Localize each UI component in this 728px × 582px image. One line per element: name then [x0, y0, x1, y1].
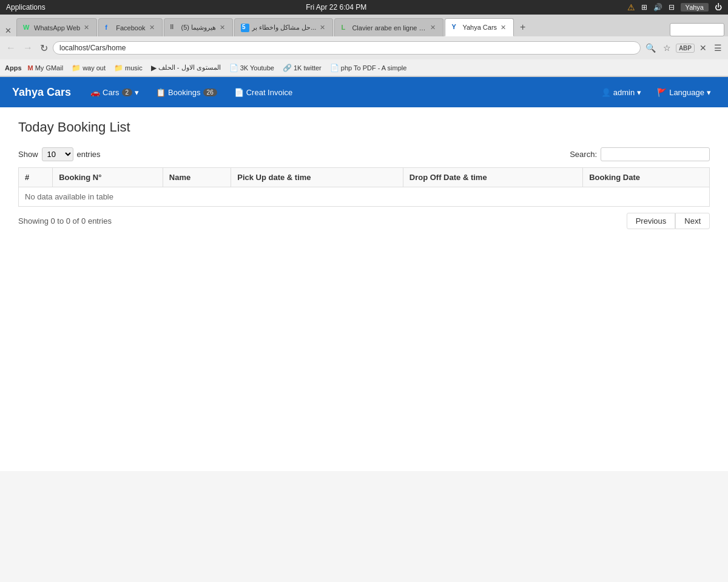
search-label: Search:: [570, 150, 597, 159]
adblock-badge[interactable]: ABP: [676, 44, 695, 53]
browser-close-btn[interactable]: ✕: [2, 25, 14, 36]
pagination: Previous Next: [627, 213, 710, 229]
col-booking-date: Booking Date: [583, 168, 710, 187]
search-input[interactable]: [601, 147, 710, 161]
col-hash: #: [19, 168, 53, 187]
bookmark-gmail-label: My GMail: [35, 64, 63, 72]
bookings-nav-icon: 📋: [156, 88, 166, 97]
tabs-bar: ✕ W WhatsApp Web ✕ f Facebook ✕ II هيروش…: [0, 15, 728, 36]
site-brand[interactable]: Yahya Cars: [12, 86, 71, 99]
booking-table: # Booking N° Name Pick Up date & time Dr…: [18, 167, 710, 207]
col-pickup: Pick Up date & time: [231, 168, 403, 187]
bookmark-twitter[interactable]: 🔗 1K twitter: [280, 63, 324, 73]
os-volume-icon[interactable]: 🔊: [653, 3, 662, 12]
tab-favicon-yahya: Y: [451, 23, 460, 32]
tab-yahya-cars[interactable]: Y Yahya Cars ✕: [445, 18, 514, 36]
address-bar-input[interactable]: [53, 41, 641, 55]
nav-admin[interactable]: 👤 admin ▾: [596, 85, 646, 99]
tab-close-arabic[interactable]: ✕: [318, 24, 326, 32]
tab-arabic[interactable]: 5 حل مشاكل واخطاء بر... ✕: [234, 18, 333, 36]
no-data-message: No data available in table: [19, 187, 710, 207]
tab-clavier[interactable]: L Clavier arabe en ligne LEX... ✕: [334, 18, 443, 36]
language-dropdown-icon: ▾: [707, 88, 711, 97]
bookmark-wayout-label: way out: [83, 64, 106, 72]
search-toolbar-button[interactable]: 🔍: [643, 42, 658, 54]
entries-label: entries: [77, 150, 101, 159]
bookmark-youtube-label: 3K Youtube: [240, 64, 274, 72]
tab-favicon-clavier: L: [341, 24, 349, 32]
table-controls-top: Show 10 25 50 100 entries Search:: [18, 147, 710, 161]
tab-label-yahya: Yahya Cars: [462, 24, 497, 31]
menu-button[interactable]: ☰: [712, 42, 724, 54]
link-icon-twitter: 🔗: [283, 64, 292, 72]
col-name: Name: [163, 168, 231, 187]
nav-language-label: Language: [669, 88, 704, 97]
forward-button[interactable]: →: [21, 41, 35, 55]
entries-select[interactable]: 10 25 50 100: [42, 147, 73, 161]
folder-icon-music: 📁: [114, 64, 123, 72]
profile-search-area: [670, 23, 724, 36]
next-button[interactable]: Next: [675, 213, 710, 229]
video-icon-level: ▶: [151, 64, 157, 72]
close-page-button[interactable]: ✕: [697, 42, 709, 54]
bookmark-level[interactable]: ▶ المستوى الاول - الحلف: [149, 63, 223, 73]
address-bar-row: ← → ↻ 🔍 ☆ ABP ✕ ☰: [0, 36, 728, 59]
bookmark-youtube[interactable]: 📄 3K Youtube: [227, 63, 277, 73]
tab-hiroshima[interactable]: II هيروشيما (5) ✕: [164, 18, 234, 36]
tab-label-hiroshima: هيروشيما (5): [181, 24, 217, 32]
bookmark-phptopdf[interactable]: 📄 php To PDF - A simple: [328, 63, 410, 73]
bookmark-twitter-label: 1K twitter: [294, 64, 322, 72]
os-top-bar: Applications Fri Apr 22 6:04 PM ⚠ ⊞ 🔊 ⊟ …: [0, 0, 728, 15]
os-network-icon[interactable]: ⊟: [669, 3, 675, 12]
apps-label: Apps: [5, 64, 22, 72]
admin-dropdown-icon: ▾: [637, 88, 641, 97]
tab-close-hiroshima[interactable]: ✕: [218, 24, 226, 32]
nav-language[interactable]: 🚩 Language ▾: [652, 85, 716, 99]
tab-whatsapp[interactable]: W WhatsApp Web ✕: [16, 18, 97, 36]
bookmark-wayout[interactable]: 📁 way out: [69, 63, 108, 73]
previous-button[interactable]: Previous: [627, 213, 676, 229]
showing-text: Showing 0 to 0 of 0 entries: [18, 216, 112, 226]
bookmark-music-label: music: [125, 64, 143, 72]
tab-label-facebook: Facebook: [116, 24, 145, 32]
bookmark-music[interactable]: 📁 music: [112, 63, 145, 73]
tab-close-clavier[interactable]: ✕: [429, 24, 437, 32]
cars-dropdown-icon: ▾: [135, 88, 139, 97]
bookmarks-bar: Apps M My GMail 📁 way out 📁 music ▶ المس…: [0, 59, 728, 76]
tab-favicon-arabic: 5: [241, 24, 249, 32]
tab-favicon-whatsapp: W: [23, 24, 32, 32]
bookings-badge: 26: [203, 89, 217, 96]
file-icon-phptopdf: 📄: [330, 64, 339, 72]
os-applications-menu[interactable]: Applications: [6, 3, 46, 12]
tab-close-yahya[interactable]: ✕: [499, 24, 507, 32]
col-dropoff: Drop Off Date & time: [403, 168, 582, 187]
tab-favicon-hiroshima: II: [170, 24, 179, 32]
nav-right: 👤 admin ▾ 🚩 Language ▾: [596, 85, 716, 99]
bookmark-gmail[interactable]: M My GMail: [25, 64, 66, 72]
nav-item-invoice[interactable]: 📄 Creat Invoice: [227, 84, 300, 101]
cars-badge: 2: [122, 89, 133, 96]
tab-close-whatsapp[interactable]: ✕: [83, 24, 90, 32]
new-tab-button[interactable]: +: [515, 18, 530, 36]
nav-item-cars[interactable]: 🚗 Cars 2 ▾: [83, 84, 146, 101]
nav-items: 🚗 Cars 2 ▾ 📋 Bookings 26 📄 Creat Invoice: [83, 84, 596, 101]
search-box: Search:: [570, 147, 710, 161]
bookmark-level-label: المستوى الاول - الحلف: [158, 64, 221, 72]
back-button[interactable]: ←: [4, 41, 18, 55]
col-booking-no: Booking N°: [53, 168, 163, 187]
no-data-row: No data available in table: [19, 187, 710, 207]
reload-button[interactable]: ↻: [38, 41, 50, 55]
os-power-icon[interactable]: ⏻: [715, 3, 722, 12]
tab-close-facebook[interactable]: ✕: [148, 24, 156, 32]
os-user-label[interactable]: Yahya: [681, 3, 709, 12]
main-content: Today Booking List Show 10 25 50 100 ent…: [0, 107, 728, 471]
os-warning-icon: ⚠: [627, 2, 635, 12]
table-header-row: # Booking N° Name Pick Up date & time Dr…: [19, 168, 710, 187]
table-controls-bottom: Showing 0 to 0 of 0 entries Previous Nex…: [18, 213, 710, 229]
folder-icon-wayout: 📁: [72, 64, 81, 72]
nav-item-bookings[interactable]: 📋 Bookings 26: [149, 84, 224, 101]
tab-label-whatsapp: WhatsApp Web: [34, 24, 80, 32]
bookmark-star-button[interactable]: ☆: [661, 42, 673, 54]
os-grid-icon[interactable]: ⊞: [641, 3, 647, 12]
tab-facebook[interactable]: f Facebook ✕: [98, 18, 162, 36]
